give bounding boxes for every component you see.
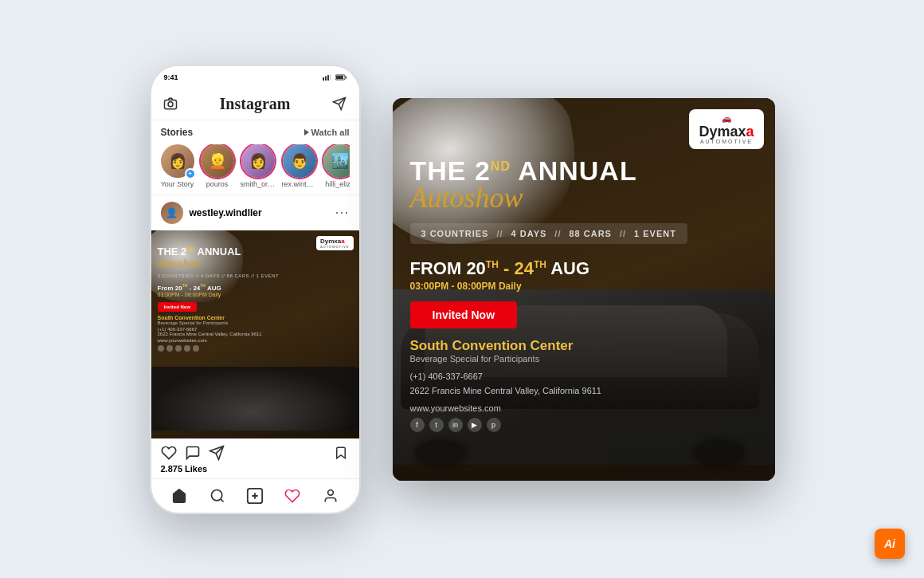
reels-nav[interactable] xyxy=(284,487,301,505)
svg-point-19 xyxy=(327,490,333,495)
mini-flyer-content: THE 2ND ANNUAL Autoshow 3 COUNTRIES // 4… xyxy=(158,246,280,352)
mini-stats: 3 COUNTRIES // 4 DAYS // 88 CARS // 1 EV… xyxy=(158,273,280,278)
invite-now-button[interactable]: Invited Now xyxy=(410,301,518,328)
stories-section: Stories Watch all 👩 + Your Story xyxy=(151,120,359,195)
story-item-yours[interactable]: 👩 + Your Story xyxy=(161,144,194,188)
stories-label: Stories xyxy=(161,127,194,138)
svg-point-14 xyxy=(211,490,221,500)
post-actions xyxy=(151,438,359,464)
post-header: 👤 westley.windller ··· xyxy=(151,195,359,230)
post-user-avatar: 👤 xyxy=(161,202,183,224)
mini-flyer: Dymxaa AUTOMOTIVE THE 2ND ANNUAL Autosho… xyxy=(151,230,359,438)
mini-date: From 20TH - 24TH AUG xyxy=(158,283,280,292)
flyer-script-title: Autoshow xyxy=(410,183,758,214)
svg-rect-6 xyxy=(346,76,346,78)
camera-icon[interactable] xyxy=(162,96,178,112)
flyer-date-month: AUG xyxy=(550,258,589,278)
svg-line-15 xyxy=(220,498,223,501)
svg-rect-2 xyxy=(327,75,329,81)
date-sup-th1: TH xyxy=(486,259,499,270)
svg-rect-1 xyxy=(325,76,327,81)
comment-button[interactable] xyxy=(185,445,201,461)
mini-venue-sub: Beverage Special for Participants xyxy=(158,320,280,325)
flyer-website: www.yourwebsites.com xyxy=(410,403,758,413)
flyer-address: 2622 Francis Mine Central Valley, Califo… xyxy=(410,384,758,399)
story-label-smith: smith_oran xyxy=(241,180,276,188)
stat-divider-1: // xyxy=(496,229,503,238)
date-sup-th2: TH xyxy=(534,259,546,270)
svg-point-8 xyxy=(168,102,173,107)
mini-headline: THE 2ND ANNUAL xyxy=(158,246,280,258)
battery-icon xyxy=(335,74,346,81)
story-item-smith[interactable]: 👩 smith_oran xyxy=(241,144,276,188)
illustrator-badge: Ai xyxy=(875,529,905,559)
flyer-venue-name: South Convention Center xyxy=(410,338,758,354)
story-label-hilli: hilli_eliza xyxy=(325,180,349,188)
story-label-pouros: pouros xyxy=(206,180,229,188)
flyer-date-block: From 20TH - 24TH AUG 03:00PM - 08:00PM D… xyxy=(410,258,758,292)
share-button[interactable] xyxy=(209,445,225,461)
story-item-pouros[interactable]: 👱 pouros xyxy=(201,144,234,188)
mini-logo-red: a xyxy=(341,238,344,245)
flyer-phone: (+1) 406-337-6667 xyxy=(410,370,758,384)
linkedin-icon[interactable]: in xyxy=(448,418,463,432)
story-item-rex[interactable]: 👨 rex.wintheis… xyxy=(282,144,317,188)
add-post-nav[interactable] xyxy=(246,487,264,505)
bottom-nav xyxy=(151,478,359,513)
facebook-icon[interactable]: f xyxy=(410,418,425,432)
flyer-ordinal-nd: ND xyxy=(491,159,511,172)
mini-time: 03:00PM - 08:00PM Daily xyxy=(158,292,280,297)
svg-marker-11 xyxy=(304,129,309,136)
post-username: westley.windller xyxy=(190,207,329,218)
stat-events: 1 EVENT xyxy=(634,229,676,238)
stat-days: 4 DAYS xyxy=(511,229,547,238)
status-time: 9:41 xyxy=(164,73,178,81)
phone-status-bar: 9:41 xyxy=(151,66,359,88)
twitter-icon[interactable]: t xyxy=(429,418,444,432)
flyer-date-dash: - 24 xyxy=(503,258,534,278)
mini-car-image xyxy=(151,367,359,431)
search-nav[interactable] xyxy=(209,487,226,505)
stories-row: 👩 + Your Story 👱 pouros 👩 xyxy=(161,144,350,188)
stat-divider-2: // xyxy=(554,229,561,238)
flyer-title-block: THE 2ND ANNUAL Autoshow xyxy=(410,156,758,214)
post-image: Dymxaa AUTOMOTIVE THE 2ND ANNUAL Autosho… xyxy=(151,230,359,438)
profile-nav[interactable] xyxy=(322,487,339,505)
your-story-label: Your Story xyxy=(161,180,194,188)
flyer-venue: South Convention Center Beverage Special… xyxy=(410,338,758,364)
mini-contact: (+1) 406-337-66672622 Francis Mine Centr… xyxy=(158,327,280,336)
flyer-card: 🚗 Dymaxa AUTOMOTIVE THE 2ND ANNUAL Autos… xyxy=(393,98,775,481)
post-more-button[interactable]: ··· xyxy=(335,204,349,221)
youtube-icon[interactable]: ▶ xyxy=(468,418,482,432)
story-item-hilli[interactable]: 🏙️ hilli_eliza xyxy=(323,144,350,188)
pinterest-icon[interactable]: p xyxy=(487,418,501,432)
svg-rect-5 xyxy=(336,76,343,79)
save-button[interactable] xyxy=(334,445,350,461)
like-button[interactable] xyxy=(161,445,177,461)
mini-logo: Dymxaa AUTOMOTIVE xyxy=(316,236,354,250)
instagram-logo: Instagram xyxy=(220,95,291,113)
likes-count: 2.875 Likes xyxy=(151,464,359,474)
phone-mockup: 9:41 xyxy=(150,65,361,514)
stat-cars: 88 CARS xyxy=(569,229,611,238)
mini-website: www.yourwebsites.com xyxy=(158,338,280,343)
flyer-time: 03:00PM - 08:00PM Daily xyxy=(410,281,758,292)
stat-countries: 3 COUNTRIES xyxy=(421,229,489,238)
stat-divider-3: // xyxy=(620,229,626,238)
mini-social xyxy=(158,345,280,352)
flyer-stats-bar: 3 COUNTRIES // 4 DAYS // 88 CARS // 1 EV… xyxy=(410,223,687,244)
flyer-contact-info: (+1) 406-337-6667 2622 Francis Mine Cent… xyxy=(410,370,758,398)
instagram-app-header: Instagram xyxy=(151,88,359,120)
mini-venue-name: South Convention Center xyxy=(158,315,280,320)
mini-invite-button[interactable]: Invited Now xyxy=(158,302,198,312)
mini-script-title: Autoshow xyxy=(158,258,280,270)
signal-icon xyxy=(323,74,332,81)
flyer-date-main: From 20TH - 24TH AUG xyxy=(410,258,758,279)
svg-rect-3 xyxy=(330,74,331,81)
home-nav[interactable] xyxy=(170,487,188,505)
flyer-content: THE 2ND ANNUAL Autoshow 3 COUNTRIES // 4… xyxy=(393,98,775,481)
send-icon[interactable] xyxy=(331,96,347,112)
watch-all[interactable]: Watch all xyxy=(304,128,350,137)
flyer-social-icons: f t in ▶ p xyxy=(410,418,758,432)
story-label-rex: rex.wintheis… xyxy=(282,180,317,188)
